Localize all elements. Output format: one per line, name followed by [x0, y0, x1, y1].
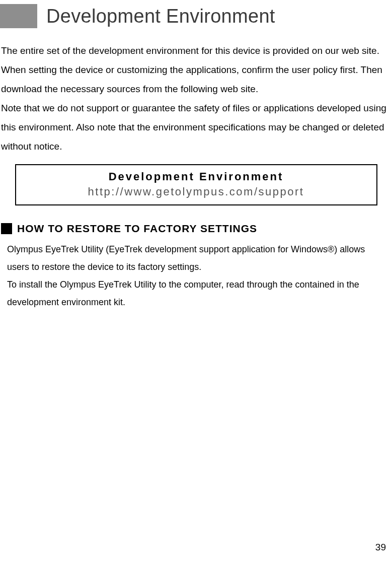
intro-paragraph: The entire set of the development enviro…	[1, 41, 391, 156]
square-bullet-icon	[1, 223, 12, 234]
page-title: Development Environment	[46, 6, 275, 27]
page-number: 39	[375, 542, 386, 553]
section-heading: HOW TO RESTORE TO FACTORY SETTINGS	[17, 223, 257, 235]
page-title-row: Development Environment	[0, 0, 392, 28]
callout-title: Development Environment	[16, 170, 376, 183]
title-decorative-block	[0, 4, 37, 28]
section-heading-row: HOW TO RESTORE TO FACTORY SETTINGS	[1, 223, 392, 235]
section-body: Olympus EyeTrek Utility (EyeTrek develop…	[7, 241, 387, 311]
callout-url: http://www.getolympus.com/support	[16, 185, 376, 198]
callout-box: Development Environment http://www.getol…	[15, 164, 377, 205]
